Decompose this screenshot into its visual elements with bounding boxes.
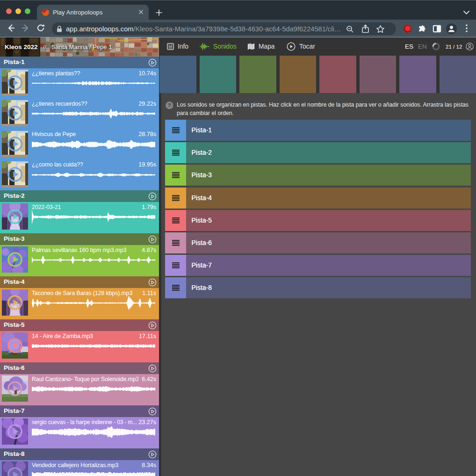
svg-text:?: ? — [167, 102, 171, 108]
